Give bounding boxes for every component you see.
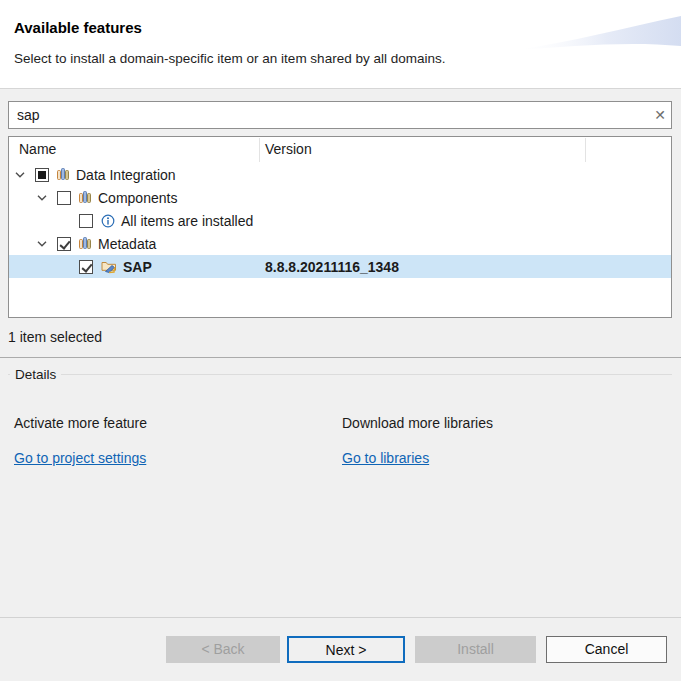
project-settings-link[interactable]: Go to project settings — [14, 450, 146, 466]
wizard-banner-graphic — [516, 0, 681, 58]
checkbox-data-integration[interactable] — [35, 168, 49, 182]
tree-row-metadata[interactable]: Metadata — [9, 232, 671, 255]
column-header-version[interactable]: Version — [265, 141, 312, 157]
tree-row-all-items-installed[interactable]: All items are installed — [9, 209, 671, 232]
tree-row-sap[interactable]: SAP 8.8.8.20211116_1348 — [9, 255, 671, 278]
sap-connection-icon — [101, 259, 117, 274]
dialog-header: Available features Select to install a d… — [0, 0, 681, 89]
details-group: Details — [8, 367, 672, 407]
chevron-down-icon[interactable] — [36, 192, 48, 204]
page-title: Available features — [14, 19, 142, 36]
install-button[interactable]: Install — [415, 636, 536, 663]
tree-item-label: Data Integration — [76, 167, 176, 183]
feature-search-box: ✕ — [8, 101, 672, 129]
tree-item-label: All items are installed — [121, 213, 253, 229]
tree-item-label: Components — [98, 190, 177, 206]
search-input[interactable] — [9, 107, 649, 123]
column-header-name[interactable]: Name — [19, 141, 56, 157]
chevron-down-icon[interactable] — [36, 238, 48, 250]
tree-item-label: SAP — [123, 259, 152, 275]
cancel-button[interactable]: Cancel — [546, 636, 667, 663]
checkbox-metadata[interactable] — [57, 237, 71, 251]
download-libraries-heading: Download more libraries — [342, 415, 493, 431]
separator — [0, 357, 681, 358]
selection-status: 1 item selected — [8, 329, 102, 345]
clear-search-icon[interactable]: ✕ — [649, 107, 671, 123]
checkbox-sap[interactable] — [79, 260, 93, 274]
checkbox-components[interactable] — [57, 191, 71, 205]
separator — [0, 617, 681, 618]
feature-category-icon — [79, 237, 92, 250]
next-button[interactable]: Next > — [287, 636, 405, 663]
activate-feature-heading: Activate more feature — [14, 415, 147, 431]
feature-category-icon — [79, 191, 92, 204]
chevron-down-icon[interactable] — [14, 169, 26, 181]
checkbox-all-items[interactable] — [79, 214, 93, 228]
column-separator — [585, 138, 586, 162]
tree-item-version: 8.8.8.20211116_1348 — [265, 259, 399, 275]
tree-row-data-integration[interactable]: Data Integration — [9, 163, 671, 186]
tree-item-label: Metadata — [98, 236, 156, 252]
table-header: Name Version — [9, 137, 671, 163]
libraries-link[interactable]: Go to libraries — [342, 450, 429, 466]
back-button[interactable]: < Back — [166, 636, 280, 663]
details-group-label: Details — [10, 367, 61, 382]
tree-row-components[interactable]: Components — [9, 186, 671, 209]
feature-category-icon — [57, 168, 70, 181]
page-subtitle: Select to install a domain-specific item… — [14, 51, 445, 66]
feature-tree-table: Name Version Data Integration — [8, 136, 672, 318]
column-separator — [259, 138, 260, 162]
info-icon — [101, 214, 115, 228]
install-features-dialog: { "header": { "title": "Available featur… — [0, 0, 681, 681]
